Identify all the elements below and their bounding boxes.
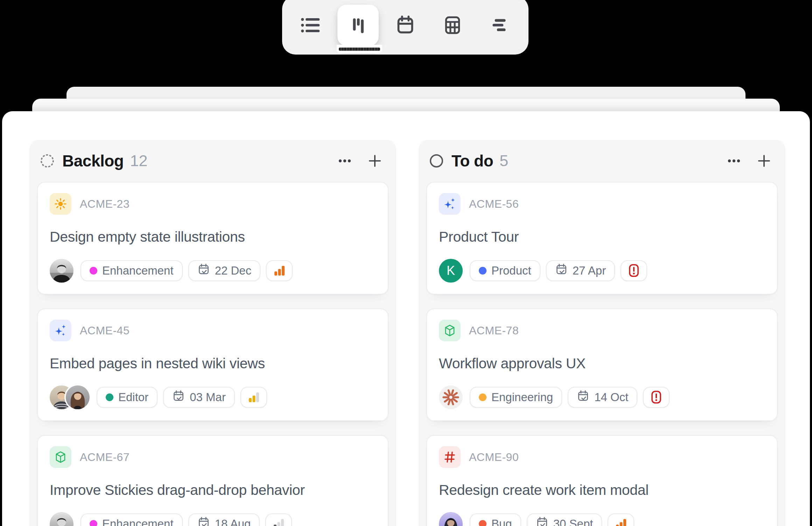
cube-icon	[50, 446, 71, 468]
task-title: Improve Stickies drag-and-drop behavior	[50, 482, 376, 498]
label-color-dot	[479, 393, 486, 401]
task-card[interactable]: ACME-45 Embed pages in nested wiki views…	[37, 308, 388, 421]
task-key: ACME-67	[80, 451, 130, 464]
plus-icon	[757, 154, 771, 168]
screen: Backlog 12 ACME-23 Design empty state il…	[0, 0, 812, 526]
board-icon	[346, 14, 370, 37]
task-card[interactable]: ACME-78 Workflow approvals UX Engineerin…	[426, 308, 778, 421]
plus-icon	[368, 154, 382, 168]
label-chip[interactable]: Bug	[470, 513, 521, 526]
priority-chip[interactable]	[621, 260, 647, 281]
column-more-button[interactable]	[726, 153, 742, 169]
avatar-photo-woman-purple	[439, 512, 463, 526]
label-chip[interactable]: Enhancement	[80, 260, 183, 281]
due-date-chip[interactable]: 14 Oct	[568, 387, 637, 408]
label-text: Enhancement	[102, 517, 174, 526]
table-icon	[441, 14, 464, 37]
assignee-avatars	[50, 512, 74, 526]
priority-chip[interactable]	[608, 513, 634, 526]
calendar-view-button[interactable]	[385, 5, 426, 46]
task-title: Embed pages in nested wiki views	[50, 355, 376, 372]
task-footer: Engineering 14 Oct	[439, 385, 765, 409]
avatar-initial: K	[439, 259, 463, 283]
task-title: Product Tour	[439, 229, 765, 245]
assignee-avatars	[439, 512, 463, 526]
priority-chip[interactable]	[240, 387, 267, 408]
column-actions	[337, 153, 382, 169]
due-date-text: 14 Oct	[594, 391, 628, 404]
label-text: Enhancement	[102, 264, 174, 277]
label-chip[interactable]: Enhancement	[80, 513, 183, 526]
avatar-photo-man-bw	[50, 512, 74, 526]
sparkles-icon	[50, 320, 71, 341]
priority-urgent-icon	[626, 263, 641, 278]
column-count: 5	[499, 152, 508, 170]
due-date-chip[interactable]: 22 Dec	[188, 260, 261, 281]
hash-icon	[439, 446, 461, 468]
task-key: ACME-23	[80, 198, 130, 211]
priority-low-bars-icon	[271, 517, 286, 526]
column-actions	[726, 153, 771, 169]
list-view-button[interactable]	[290, 5, 331, 46]
priority-high-bars-icon	[614, 517, 628, 526]
task-card[interactable]: ACME-90 Redesign create work item modal …	[426, 435, 778, 526]
label-text: Engineering	[491, 391, 553, 404]
column-add-button[interactable]	[757, 154, 771, 168]
tooltip-smudge	[339, 48, 380, 51]
due-date-text: 22 Dec	[215, 264, 252, 277]
task-key: ACME-56	[469, 198, 519, 211]
due-date-text: 27 Apr	[573, 264, 606, 277]
task-title: Workflow approvals UX	[439, 355, 765, 372]
column-count: 12	[130, 152, 147, 170]
task-key-row: ACME-56	[439, 193, 765, 215]
board-view-button[interactable]	[337, 5, 379, 46]
task-footer: Bug 30 Sept	[439, 512, 765, 526]
backlog-icon	[39, 153, 55, 169]
due-date-chip[interactable]: 27 Apr	[546, 260, 615, 281]
column-more-button[interactable]	[337, 153, 353, 169]
table-view-button[interactable]	[432, 5, 473, 46]
task-title: Redesign create work item modal	[439, 482, 765, 498]
assignee-avatars	[50, 259, 74, 283]
column-title: Backlog	[62, 151, 124, 170]
due-date-chip[interactable]: 18 Aug	[188, 513, 260, 526]
ellipsis-icon	[337, 153, 353, 169]
label-chip[interactable]: Engineering	[470, 387, 562, 408]
task-key-row: ACME-45	[50, 320, 376, 341]
cube-icon	[439, 320, 461, 341]
task-key-row: ACME-78	[439, 320, 765, 341]
task-card[interactable]: ACME-67 Improve Stickies drag-and-drop b…	[37, 435, 388, 526]
task-footer: K Product 27 Apr	[439, 259, 765, 283]
column-header: To do 5	[419, 140, 785, 180]
column-header: Backlog 12	[29, 140, 396, 180]
label-chip[interactable]: Editor	[97, 387, 158, 408]
due-date-text: 03 Mar	[190, 391, 226, 404]
board-column: Backlog 12 ACME-23 Design empty state il…	[29, 140, 396, 526]
task-key: ACME-78	[469, 324, 519, 337]
calendar-check-icon	[197, 516, 210, 526]
sun-icon	[50, 193, 71, 215]
task-key: ACME-90	[469, 451, 519, 464]
avatar-photo-woman-color	[66, 385, 90, 409]
column-add-button[interactable]	[368, 154, 382, 168]
label-chip[interactable]: Product	[470, 260, 540, 281]
task-card[interactable]: ACME-23 Design empty state illustrations…	[37, 182, 388, 294]
priority-chip[interactable]	[643, 387, 670, 408]
priority-chip[interactable]	[265, 513, 292, 526]
board-panel: Backlog 12 ACME-23 Design empty state il…	[2, 111, 810, 526]
calendar-check-icon	[577, 390, 589, 405]
column-cards: ACME-23 Design empty state illustrations…	[37, 182, 388, 526]
due-date-text: 30 Sept	[553, 517, 593, 526]
label-text: Product	[491, 264, 531, 277]
calendar-check-icon	[536, 516, 548, 526]
due-date-chip[interactable]: 30 Sept	[527, 513, 602, 526]
priority-chip[interactable]	[266, 260, 293, 281]
calendar-check-icon	[197, 263, 210, 278]
task-card[interactable]: ACME-56 Product Tour K Product 27 Apr	[426, 182, 778, 294]
filter-view-button[interactable]	[479, 5, 520, 46]
assignee-avatars	[439, 385, 463, 409]
label-color-dot	[90, 267, 97, 275]
calendar-icon	[394, 14, 417, 37]
column-title: To do	[451, 151, 493, 170]
due-date-chip[interactable]: 03 Mar	[163, 387, 235, 408]
